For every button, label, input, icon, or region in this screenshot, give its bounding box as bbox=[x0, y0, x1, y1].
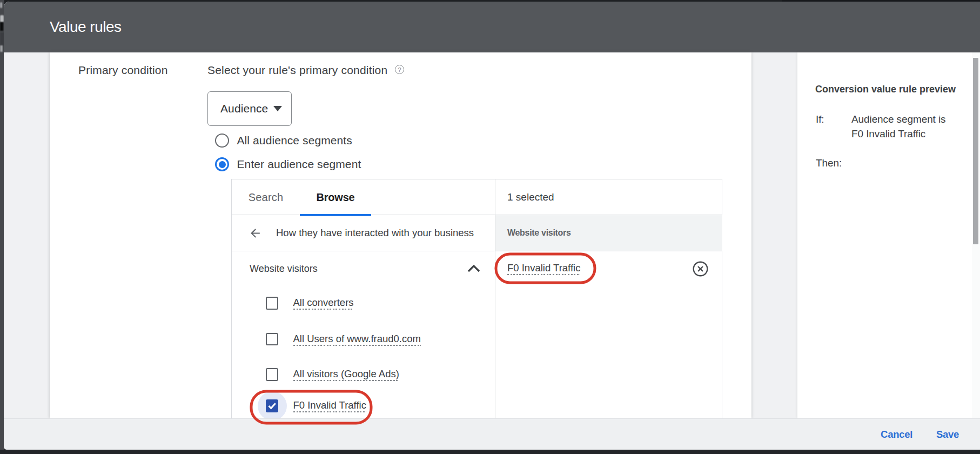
dialog-title: Value rules bbox=[50, 18, 122, 36]
selection-group-header: Website visitors bbox=[495, 215, 722, 251]
preview-panel: Conversion value rule preview If: Audien… bbox=[797, 52, 980, 418]
collapse-chevron-icon[interactable] bbox=[467, 265, 480, 272]
radio-icon bbox=[215, 133, 229, 148]
picker-tabs-row: Search Browse 1 selected bbox=[232, 179, 722, 215]
cancel-button[interactable]: Cancel bbox=[881, 429, 912, 440]
selected-item-label[interactable]: F0 Invalid Traffic bbox=[507, 262, 580, 275]
option-all-visitors-google-ads[interactable]: All visitors (Google Ads) bbox=[232, 367, 495, 382]
radio-dot bbox=[219, 161, 226, 168]
primary-condition-label: Primary condition bbox=[78, 63, 168, 77]
checkbox-label[interactable]: F0 Invalid Traffic bbox=[293, 399, 366, 412]
condition-type-select[interactable]: Audience bbox=[207, 91, 292, 126]
backdrop-text-fragment bbox=[0, 45, 3, 52]
value-rules-dialog: Value rules Primary condition Select you… bbox=[4, 2, 980, 450]
group-label: Website visitors bbox=[250, 263, 318, 275]
selected-item-row: F0 Invalid Traffic bbox=[495, 251, 722, 286]
condition-type-value: Audience bbox=[220, 102, 268, 115]
preview-title: Conversion value rule preview bbox=[815, 84, 956, 95]
tab-search[interactable]: Search bbox=[232, 179, 300, 215]
checkbox-label[interactable]: All visitors (Google Ads) bbox=[293, 368, 399, 381]
save-button[interactable]: Save bbox=[936, 429, 959, 440]
active-tab-underline bbox=[300, 214, 371, 216]
scrollbar-track[interactable] bbox=[972, 52, 980, 418]
dropdown-caret-icon bbox=[273, 106, 282, 111]
checkmark-icon bbox=[266, 400, 278, 411]
radio-label: All audience segments bbox=[237, 134, 352, 147]
selected-count: 1 selected bbox=[507, 179, 554, 215]
back-arrow-icon[interactable] bbox=[249, 226, 262, 240]
radio-all-audience-segments[interactable]: All audience segments bbox=[215, 133, 352, 148]
checkbox-icon[interactable] bbox=[266, 297, 279, 310]
backdrop-dark-fragment bbox=[0, 22, 3, 31]
group-row-website-visitors[interactable]: Website visitors bbox=[232, 251, 495, 286]
checkbox-icon[interactable] bbox=[266, 333, 279, 346]
backdrop-bottom-edge bbox=[0, 450, 980, 454]
form-card: Primary condition Select your rule's pri… bbox=[50, 52, 751, 418]
preview-if-label: If: bbox=[816, 112, 824, 127]
option-all-converters[interactable]: All converters bbox=[232, 296, 495, 311]
checkbox-icon[interactable] bbox=[266, 368, 279, 381]
selection-group-header-label: Website visitors bbox=[507, 228, 571, 238]
option-f0-invalid-traffic[interactable]: F0 Invalid Traffic bbox=[232, 398, 495, 413]
section-title: Select your rule's primary condition bbox=[207, 63, 387, 77]
backdrop-text-fragment bbox=[0, 15, 4, 22]
remove-selected-icon[interactable] bbox=[693, 261, 708, 277]
breadcrumb-row[interactable]: How they have interacted with your busin… bbox=[232, 215, 495, 251]
checkbox-label[interactable]: All Users of www.fraud0.com bbox=[293, 333, 421, 346]
radio-enter-audience-segment[interactable]: Enter audience segment bbox=[215, 157, 361, 172]
preview-if-value: Audience segment is F0 Invalid Traffic bbox=[851, 112, 959, 141]
action-bar: Cancel Save bbox=[4, 418, 980, 450]
radio-label: Enter audience segment bbox=[237, 158, 361, 171]
picker-divider bbox=[495, 179, 495, 418]
checkbox-icon-checked[interactable] bbox=[266, 399, 279, 412]
scrollbar-thumb[interactable] bbox=[973, 58, 978, 244]
checkbox-label[interactable]: All converters bbox=[293, 297, 354, 310]
breadcrumb-label: How they have interacted with your busin… bbox=[276, 227, 474, 239]
tab-browse[interactable]: Browse bbox=[300, 179, 371, 215]
backdrop-text-fragment bbox=[0, 2, 2, 8]
dialog-header: Value rules bbox=[4, 2, 980, 52]
dialog-body: Primary condition Select your rule's pri… bbox=[4, 52, 980, 418]
preview-then-label: Then: bbox=[816, 156, 842, 171]
help-icon[interactable]: ? bbox=[395, 65, 404, 74]
radio-icon bbox=[215, 157, 229, 171]
option-all-users-fraud0[interactable]: All Users of www.fraud0.com bbox=[232, 332, 495, 347]
audience-picker-panel: Search Browse 1 selected How they have i… bbox=[231, 179, 722, 418]
